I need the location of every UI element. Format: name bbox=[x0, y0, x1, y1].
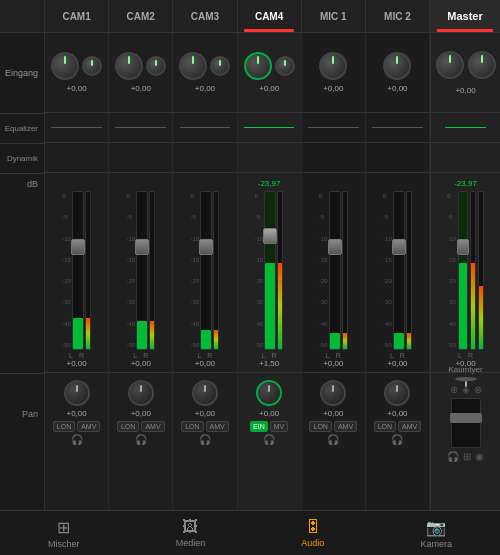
master-gain-knob-r[interactable] bbox=[468, 51, 496, 79]
cam1-pan-knob[interactable] bbox=[64, 380, 90, 406]
master-lr: LR bbox=[458, 352, 473, 359]
nav-audio[interactable]: 🎛 Audio bbox=[291, 514, 334, 552]
cam2-trim-knob[interactable] bbox=[146, 56, 166, 76]
cam4-pan-value: +0,00 bbox=[259, 409, 279, 418]
mic2-fader-handle[interactable] bbox=[392, 239, 406, 255]
mic1-eingang: +0,00 bbox=[302, 33, 365, 113]
cam3-fader-handle[interactable] bbox=[199, 239, 213, 255]
master-scale: 0-5-10-15-20-30-40-50 bbox=[447, 191, 456, 350]
cam3-pan-value: +0,00 bbox=[195, 409, 215, 418]
mic1-lon-btn[interactable]: LON bbox=[309, 421, 331, 432]
mic2-fader-value: +0,00 bbox=[387, 359, 407, 368]
cam2-vu-fill bbox=[137, 321, 147, 349]
master-fader-l[interactable] bbox=[458, 191, 468, 350]
cam1-vu-fill bbox=[73, 318, 83, 349]
channel-header-cam3[interactable]: CAM3 bbox=[173, 0, 237, 32]
cam2-lon-btn[interactable]: LON bbox=[117, 421, 139, 432]
cam4-fader-section: -23,97 0-5-10-15-20-30-40-50 LR +1,50 bbox=[238, 173, 301, 373]
master-db-display: -23,97 bbox=[454, 177, 477, 191]
nav-kamera[interactable]: 📷 Kamera bbox=[410, 514, 462, 553]
master-header[interactable]: Master bbox=[430, 0, 500, 32]
master-vu-bar-r bbox=[479, 286, 483, 349]
label-pan: Pan bbox=[0, 373, 44, 453]
channel-header-cam2[interactable]: CAM2 bbox=[109, 0, 173, 32]
mic2-gain-knob[interactable] bbox=[383, 52, 411, 80]
cam1-pan: +0,00 LON AMV 🎧 bbox=[45, 373, 108, 453]
mic2-vu-fill bbox=[394, 333, 404, 349]
mic2-eq bbox=[366, 113, 429, 143]
cam1-trim-knob[interactable] bbox=[82, 56, 102, 76]
mic2-vu-bar bbox=[407, 333, 411, 349]
mic2-pan-knob[interactable] bbox=[384, 380, 410, 406]
cam3-pan-knob[interactable] bbox=[192, 380, 218, 406]
master-eingang: +0,00 bbox=[431, 33, 500, 113]
master-bottom-icons: 🎧 ⊞ ◉ bbox=[447, 451, 484, 462]
channel-header-mic1[interactable]: MIC 1 bbox=[302, 0, 366, 32]
label-equalizer: Equalizer bbox=[0, 113, 44, 143]
master-pan-knob[interactable] bbox=[455, 377, 477, 381]
cam4-fader-handle[interactable] bbox=[263, 228, 277, 244]
mic1-fader-track[interactable] bbox=[329, 191, 341, 350]
mic2-dyn bbox=[366, 143, 429, 173]
cam3-vu-fill bbox=[201, 330, 211, 349]
cam3-gain-knob[interactable] bbox=[179, 52, 207, 80]
cam1-lon-btn[interactable]: LON bbox=[53, 421, 75, 432]
nav-medien[interactable]: 🖼 Medien bbox=[166, 514, 216, 552]
channel-header-cam1[interactable]: CAM1 bbox=[45, 0, 109, 32]
cam1-fader-track[interactable] bbox=[72, 191, 84, 350]
cam1-fader-value: +0,00 bbox=[66, 359, 86, 368]
cam3-eq-line bbox=[180, 127, 231, 128]
nav-mischer[interactable]: ⊞ Mischer bbox=[38, 514, 90, 553]
master-mini-fader[interactable] bbox=[451, 398, 481, 448]
cam3-fader-track[interactable] bbox=[200, 191, 212, 350]
master-fader-handle-l[interactable] bbox=[457, 239, 469, 255]
medien-icon: 🖼 bbox=[182, 518, 198, 536]
channel-strip-mic2: +0,00 0-5-10-15-20-30-40-50 bbox=[366, 33, 430, 510]
mic1-gain-knob[interactable] bbox=[319, 52, 347, 80]
mic2-scale: 0-5-10-15-20-30-40-50 bbox=[383, 191, 392, 350]
cam4-pan: +0,00 EIN MV 🎧 bbox=[238, 373, 301, 453]
cam3-lon-btn[interactable]: LON bbox=[181, 421, 203, 432]
master-mini-fader-handle[interactable] bbox=[450, 413, 482, 423]
cam1-gain-value: +0,00 bbox=[66, 84, 86, 93]
mic2-amv-btn[interactable]: AMV bbox=[398, 421, 421, 432]
mic2-fader-track[interactable] bbox=[393, 191, 405, 350]
audio-label: Audio bbox=[301, 538, 324, 548]
cam2-fader-handle[interactable] bbox=[135, 239, 149, 255]
cam3-trim-knob[interactable] bbox=[210, 56, 230, 76]
cam2-gain-knob[interactable] bbox=[115, 52, 143, 80]
master-vu-bar-l bbox=[471, 263, 475, 349]
cam4-fader-track[interactable] bbox=[264, 191, 276, 350]
mic1-fader-handle[interactable] bbox=[328, 239, 342, 255]
channel-header-cam4[interactable]: CAM4 bbox=[238, 0, 302, 32]
mic2-lon-btn[interactable]: LON bbox=[374, 421, 396, 432]
cam4-trim-knob[interactable] bbox=[275, 56, 295, 76]
master-vu-fill-l bbox=[459, 263, 467, 349]
master-gain-knob-l[interactable] bbox=[436, 51, 464, 79]
cam2-fader-track[interactable] bbox=[136, 191, 148, 350]
cam1-fader-handle[interactable] bbox=[71, 239, 85, 255]
cam4-ein-btn[interactable]: EIN bbox=[250, 421, 268, 432]
mic1-amv-btn[interactable]: AMV bbox=[334, 421, 357, 432]
cam1-scale: 0-5-10-15-20-30-40-50 bbox=[62, 191, 71, 350]
cam4-scale: 0-5-10-15-20-30-40-50 bbox=[255, 191, 264, 350]
medien-label: Medien bbox=[176, 538, 206, 548]
cam4-pan-knob[interactable] bbox=[256, 380, 282, 406]
cam2-pan-knob[interactable] bbox=[128, 380, 154, 406]
mic2-gain-value: +0,00 bbox=[387, 84, 407, 93]
mic2-pan: +0,00 LON AMV 🎧 bbox=[366, 373, 429, 453]
cam3-lr: LR bbox=[197, 352, 212, 359]
cam4-mv-btn[interactable]: MV bbox=[270, 421, 289, 432]
cam3-amv-btn[interactable]: AMV bbox=[206, 421, 229, 432]
cam4-gain-knob[interactable] bbox=[244, 52, 272, 80]
channel-header-mic2[interactable]: MIC 2 bbox=[366, 0, 430, 32]
cam1-amv-btn[interactable]: AMV bbox=[77, 421, 100, 432]
cam1-eq bbox=[45, 113, 108, 143]
channel-headers: CAM1 CAM2 CAM3 CAM4 MIC 1 MIC 2 Master bbox=[0, 0, 500, 33]
mic1-gain-value: +0,00 bbox=[323, 84, 343, 93]
cam2-amv-btn[interactable]: AMV bbox=[141, 421, 164, 432]
mic1-pan-knob[interactable] bbox=[320, 380, 346, 406]
cam4-eq-line bbox=[244, 127, 295, 128]
cam2-pan-value: +0,00 bbox=[131, 409, 151, 418]
cam1-gain-knob[interactable] bbox=[51, 52, 79, 80]
